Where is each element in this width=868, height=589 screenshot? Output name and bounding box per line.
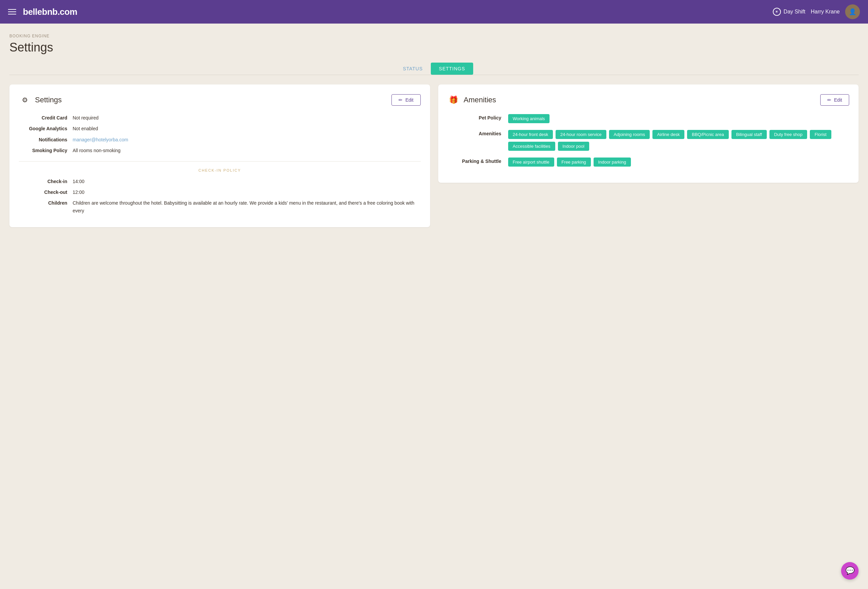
section-divider — [19, 161, 421, 161]
sun-icon: ☀ — [773, 8, 781, 16]
google-analytics-label: Google Analytics — [19, 125, 72, 132]
checkout-value: 12:00 — [72, 188, 421, 196]
tag-bbq-picnic: BBQ/Picnic area — [687, 130, 728, 139]
settings-card-title: Settings — [35, 96, 62, 104]
brand-logo: bellebnb.com — [23, 7, 77, 17]
smoking-policy-value: All rooms non-smoking — [72, 147, 421, 154]
hamburger-menu[interactable] — [8, 9, 16, 15]
amenities-card-header: 🎁 Amenities ✏ Edit — [447, 94, 849, 106]
chat-button[interactable]: 💬 — [841, 562, 859, 580]
checkin-value: 14:00 — [72, 178, 421, 185]
children-value: Children are welcome throughout the hote… — [72, 199, 421, 215]
parking-shuttle-tags: Free airport shuttle Free parking Indoor… — [508, 157, 849, 167]
tag-duty-free-shop: Duty free shop — [769, 130, 807, 139]
settings-edit-button[interactable]: ✏ Edit — [391, 94, 421, 106]
field-smoking-policy: Smoking Policy All rooms non-smoking — [19, 147, 421, 154]
amenity-parking-shuttle: Parking & Shuttle Free airport shuttle F… — [447, 157, 849, 167]
tag-florist: Florist — [810, 130, 831, 139]
header: bellebnb.com ☀ Day Shift Harry Krane 👤 — [0, 0, 868, 24]
field-checkin: Check-in 14:00 — [19, 178, 421, 185]
gift-icon: 🎁 — [447, 94, 460, 106]
tag-airline-desk: Airline desk — [652, 130, 684, 139]
gear-icon: ⚙ — [19, 94, 31, 106]
chat-icon: 💬 — [846, 567, 855, 575]
avatar[interactable]: 👤 — [845, 4, 860, 19]
credit-card-label: Credit Card — [19, 114, 72, 121]
notifications-value[interactable]: manager@hotelyorba.com — [72, 136, 421, 144]
smoking-policy-label: Smoking Policy — [19, 147, 72, 154]
amenities-card: 🎁 Amenities ✏ Edit Pet Policy Working an… — [438, 84, 859, 183]
field-children: Children Children are welcome throughout… — [19, 199, 421, 215]
cards-row: ⚙ Settings ✏ Edit Credit Card Not requir… — [9, 84, 859, 227]
pet-policy-tags: Working animals — [508, 114, 849, 123]
amenity-amenities: Amenities 24-hour front desk 24-hour roo… — [447, 130, 849, 151]
amenities-label: Amenities — [447, 130, 508, 137]
day-shift-label: Day Shift — [784, 9, 806, 15]
google-analytics-value: Not enabled — [72, 125, 421, 132]
pencil-icon-amenities: ✏ — [827, 97, 831, 103]
children-label: Children — [19, 199, 72, 207]
parking-shuttle-label: Parking & Shuttle — [447, 157, 508, 165]
field-notifications: Notifications manager@hotelyorba.com — [19, 136, 421, 144]
amenities-title-group: 🎁 Amenities — [447, 94, 496, 106]
field-credit-card: Credit Card Not required — [19, 114, 421, 121]
tag-accessible-facilities: Accessible facilities — [508, 142, 555, 151]
amenities-edit-button[interactable]: ✏ Edit — [820, 94, 849, 106]
field-google-analytics: Google Analytics Not enabled — [19, 125, 421, 132]
tag-24hr-front-desk: 24-hour front desk — [508, 130, 553, 139]
checkout-label: Check-out — [19, 188, 72, 196]
settings-card-header: ⚙ Settings ✏ Edit — [19, 94, 421, 106]
checkin-section-label: CHECK-IN POLICY — [19, 168, 421, 172]
header-right: ☀ Day Shift Harry Krane 👤 — [773, 4, 860, 19]
tag-24hr-room-service: 24-hour room service — [556, 130, 606, 139]
tab-status[interactable]: STATUS — [395, 63, 431, 75]
tag-indoor-pool: Indoor pool — [558, 142, 589, 151]
amenities-card-title: Amenities — [464, 96, 496, 104]
tag-free-parking: Free parking — [557, 157, 591, 167]
amenities-tags: 24-hour front desk 24-hour room service … — [508, 130, 849, 151]
user-name: Harry Krane — [811, 9, 840, 15]
tabs-container: STATUS SETTINGS — [9, 63, 859, 75]
tag-working-animals: Working animals — [508, 114, 550, 123]
tag-adjoining-rooms: Adjoining rooms — [609, 130, 650, 139]
pencil-icon: ✏ — [399, 97, 403, 103]
credit-card-value: Not required — [72, 114, 421, 121]
breadcrumb: BOOKING ENGINE — [9, 34, 859, 38]
tag-free-airport-shuttle: Free airport shuttle — [508, 157, 554, 167]
tag-bilingual-staff: Bilingual staff — [731, 130, 767, 139]
pet-policy-label: Pet Policy — [447, 114, 508, 121]
page-content: BOOKING ENGINE Settings STATUS SETTINGS … — [0, 24, 868, 237]
tab-settings[interactable]: SETTINGS — [431, 63, 473, 75]
amenity-pet-policy: Pet Policy Working animals — [447, 114, 849, 123]
notifications-label: Notifications — [19, 136, 72, 144]
day-shift-toggle[interactable]: ☀ Day Shift — [773, 8, 806, 16]
settings-card: ⚙ Settings ✏ Edit Credit Card Not requir… — [9, 84, 430, 227]
tag-indoor-parking: Indoor parking — [593, 157, 631, 167]
field-checkout: Check-out 12:00 — [19, 188, 421, 196]
page-title: Settings — [9, 40, 859, 55]
checkin-label: Check-in — [19, 178, 72, 185]
header-left: bellebnb.com — [8, 7, 77, 17]
settings-title-group: ⚙ Settings — [19, 94, 62, 106]
